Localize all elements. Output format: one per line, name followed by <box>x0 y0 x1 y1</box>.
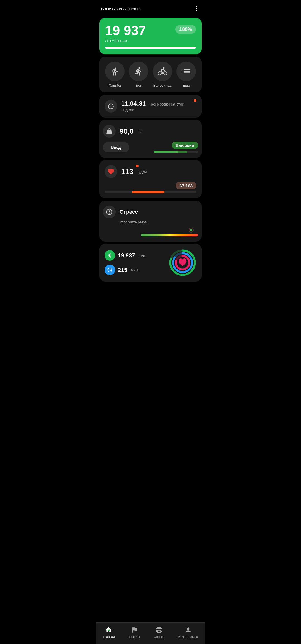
stress-indicator <box>103 228 198 236</box>
bike-icon-circle <box>153 62 172 81</box>
walk-icon <box>110 67 120 76</box>
more-label: Еще <box>183 83 190 87</box>
heart-icon-circle <box>105 165 117 178</box>
heart-rate-card[interactable]: 113 уд/м 67-163 <box>99 160 202 198</box>
profile-icon <box>184 626 192 634</box>
stress-card[interactable]: Стресс Успокойте разум. <box>99 201 202 242</box>
menu-button[interactable]: ⋮ <box>194 5 200 12</box>
nav-profile[interactable]: Моя страница <box>178 626 198 638</box>
nav-together[interactable]: Together <box>128 626 140 638</box>
weight-icon-circle <box>103 125 116 138</box>
together-icon <box>130 626 138 634</box>
stress-info: Стресс <box>120 209 138 215</box>
workout-time: 11:04:31 <box>121 100 146 107</box>
stress-title: Стресс <box>120 209 138 215</box>
run-icon <box>134 67 143 76</box>
workout-notification-dot <box>194 99 196 102</box>
run-label: Бег <box>136 83 142 87</box>
nav-together-label: Together <box>128 635 140 638</box>
steps-number: 19 937 /10 500 шаг. <box>105 24 146 43</box>
summary-clock-icon <box>107 267 113 273</box>
heart-range-badge: 67-163 <box>176 182 196 189</box>
activity-icons-row: Ходьба Бег Велосипед <box>103 62 198 87</box>
run-icon-circle <box>129 62 148 81</box>
bike-label: Велосипед <box>153 83 172 87</box>
stopwatch-icon <box>107 103 115 110</box>
nav-fitness-label: Фитнес <box>154 635 164 638</box>
nav-home[interactable]: Главная <box>103 626 115 638</box>
workout-card[interactable]: 11:04:31 Тренировки на этой неделе <box>99 95 202 118</box>
summary-left-col: 19 937 шаг. 215 мин. <box>105 250 146 275</box>
app-logo: SAMSUNG Health <box>101 6 141 11</box>
steps-progress-fill <box>105 47 196 49</box>
weight-card[interactable]: 90,0 кг Ввод Высокий <box>99 120 202 158</box>
samsung-brand: SAMSUNG <box>101 6 127 11</box>
weight-bottom-row: Ввод Высокий <box>103 142 198 153</box>
header: SAMSUNG Health ⋮ <box>96 0 205 16</box>
nav-fitness[interactable]: Фитнес <box>154 626 164 638</box>
summary-steps-icon-circle <box>105 250 115 261</box>
bottom-nav: Главная Together Фитнес Моя страница <box>96 622 205 644</box>
nav-profile-label: Моя страница <box>178 635 198 638</box>
walk-label: Ходьба <box>109 83 121 87</box>
bike-icon <box>158 67 167 76</box>
summary-steps-unit: шаг. <box>139 253 146 258</box>
weight-fill-dark-green <box>178 151 187 153</box>
heart-rate-unit: уд/м <box>138 169 147 174</box>
heart-top-row: 113 уд/м <box>105 165 196 178</box>
steps-top-row: 19 937 /10 500 шаг. 189% <box>105 24 196 43</box>
stress-progress-bar <box>141 234 198 236</box>
stress-subtitle: Успокойте разум. <box>120 220 198 224</box>
weight-icon <box>106 128 113 135</box>
activity-card: Ходьба Бег Велосипед <box>99 57 202 92</box>
summary-steps-row: 19 937 шаг. <box>105 250 146 261</box>
steps-progress-bar <box>105 47 196 49</box>
steps-percent-badge: 189% <box>175 25 196 34</box>
stress-top-row: Стресс <box>103 206 198 218</box>
steps-card[interactable]: 19 937 /10 500 шаг. 189% <box>99 18 202 54</box>
weight-high-badge: Высокий <box>172 142 198 149</box>
weight-input-button[interactable]: Ввод <box>103 142 129 152</box>
more-icon <box>181 67 191 76</box>
more-icon-circle <box>176 62 196 81</box>
summary-steps-value: 19 937 <box>118 252 135 259</box>
weight-top-row: 90,0 кг <box>103 125 198 138</box>
heart-notification-dot <box>136 165 139 167</box>
stress-indicator-dot <box>189 228 193 232</box>
stress-icon <box>106 208 113 216</box>
weight-unit: кг <box>139 129 142 134</box>
weight-value: 90,0 <box>120 127 134 136</box>
activity-bike[interactable]: Велосипед <box>153 62 172 87</box>
summary-steps-icon <box>107 253 113 258</box>
summary-minutes-value: 215 <box>118 267 127 273</box>
heart-rings-graphic <box>169 249 196 277</box>
stopwatch-icon-circle <box>105 100 117 113</box>
summary-minutes-unit: мин. <box>131 268 139 272</box>
heart-fill-orange <box>132 191 164 193</box>
summary-card[interactable]: 19 937 шаг. 215 мин. <box>99 244 202 282</box>
stress-dot-row <box>141 228 198 232</box>
summary-minutes-row: 215 мин. <box>105 265 146 275</box>
weight-fill-green <box>154 151 178 153</box>
stress-icon-circle <box>103 206 116 218</box>
activity-run[interactable]: Бег <box>129 62 148 87</box>
heart-icon <box>107 168 115 175</box>
walk-icon-circle <box>105 62 125 81</box>
heart-bottom-row: 67-163 <box>105 182 196 193</box>
activity-more[interactable]: Еще <box>176 62 196 87</box>
weight-progress-bar <box>154 151 198 153</box>
heart-progress-bar <box>105 191 196 193</box>
health-label: Health <box>129 6 141 11</box>
summary-minutes-icon-circle <box>105 265 115 275</box>
heart-rate-value: 113 <box>121 167 133 176</box>
rings-svg <box>169 249 196 277</box>
home-icon <box>105 626 113 634</box>
nav-home-label: Главная <box>103 635 115 638</box>
workout-info: 11:04:31 Тренировки на этой неделе <box>121 100 196 112</box>
fitness-icon <box>155 626 163 634</box>
activity-walk[interactable]: Ходьба <box>105 62 125 87</box>
weight-right-col: Высокий <box>154 142 198 153</box>
